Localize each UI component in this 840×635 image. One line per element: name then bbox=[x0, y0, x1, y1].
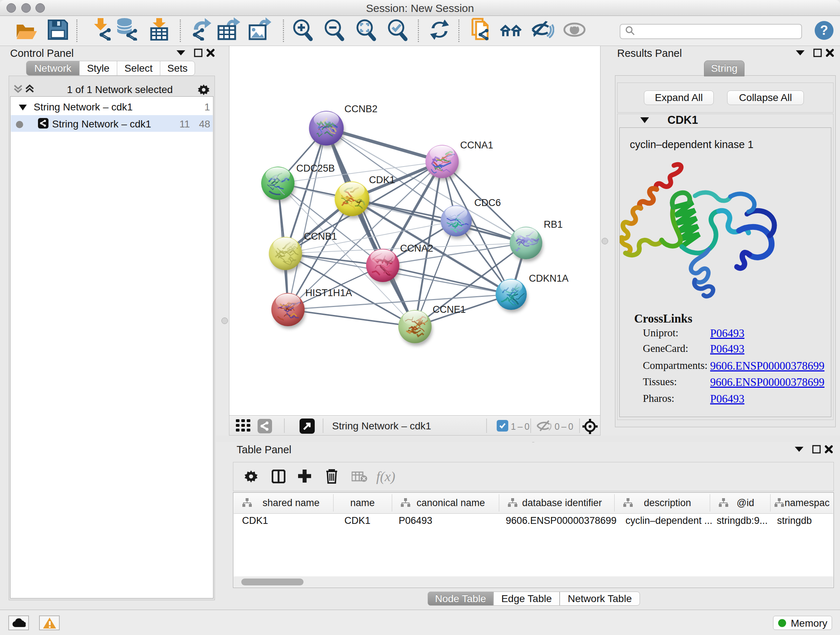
svg-text:CDKN1A: CDKN1A bbox=[529, 273, 569, 284]
svg-text:CDC6: CDC6 bbox=[474, 197, 501, 208]
svg-text:CCNB2: CCNB2 bbox=[344, 103, 378, 114]
svg-text:CCNA2: CCNA2 bbox=[400, 243, 433, 254]
svg-text:HIST1H1A: HIST1H1A bbox=[305, 287, 352, 298]
svg-text:CDK1: CDK1 bbox=[369, 174, 395, 185]
svg-text:CCNA1: CCNA1 bbox=[460, 140, 493, 150]
svg-text:RB1: RB1 bbox=[544, 219, 563, 230]
svg-text:CCNE1: CCNE1 bbox=[433, 304, 466, 315]
svg-text:CDC25B: CDC25B bbox=[296, 163, 335, 174]
svg-text:?: ? bbox=[820, 23, 828, 38]
svg-text:CCNB1: CCNB1 bbox=[304, 231, 337, 242]
